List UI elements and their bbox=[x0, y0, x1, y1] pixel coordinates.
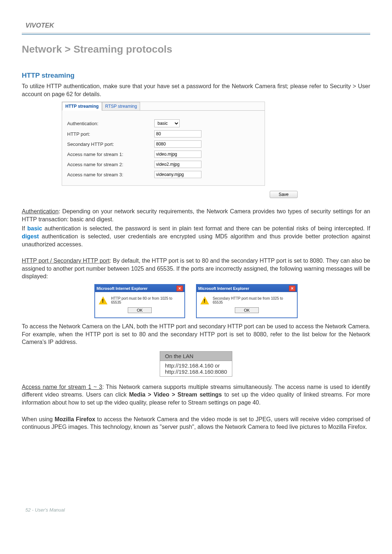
save-button[interactable]: Save bbox=[270, 191, 298, 198]
ie-title-text: Microsoft Internet Explorer bbox=[97, 286, 148, 291]
basic-keyword: basic bbox=[27, 225, 42, 231]
basic-digest-paragraph: If basic authentication is selected, the… bbox=[22, 225, 370, 248]
row-secondary-port: Secondary HTTP port: bbox=[67, 140, 260, 148]
ie-body: Secondary HTTP port must be from 1025 to… bbox=[197, 292, 297, 307]
access-lead: Access name for stream 1 ~ 3 bbox=[22, 384, 102, 390]
lan-paragraph: To access the Network Camera on the LAN,… bbox=[22, 323, 370, 346]
firefox-paragraph: When using Mozilla Firefox to access the… bbox=[22, 415, 370, 431]
stream1-label: Access name for stream 1: bbox=[67, 152, 154, 157]
basic-post: authentication is selected, user credent… bbox=[22, 233, 370, 247]
brand-header: VIVOTEK bbox=[22, 15, 370, 32]
stream3-label: Access name for stream 3: bbox=[67, 172, 154, 177]
basic-pre: If bbox=[22, 225, 27, 231]
tab-http-streaming[interactable]: HTTP streaming bbox=[62, 102, 102, 111]
ports-paragraph: HTTP port / Secondary HTTP port: By defa… bbox=[22, 257, 370, 280]
auth-select[interactable]: basic bbox=[154, 119, 180, 127]
stream1-input[interactable] bbox=[154, 151, 201, 158]
tab-body: Authentication: basic HTTP port: Seconda… bbox=[62, 110, 265, 185]
row-http-port: HTTP port: bbox=[67, 130, 260, 138]
lan-url2: http://192.168.4.160:8080 bbox=[165, 369, 227, 375]
row-stream2: Access name for stream 2: bbox=[67, 161, 260, 168]
lan-header: On the LAN bbox=[160, 351, 232, 361]
warning-icon bbox=[200, 296, 209, 304]
ie-message: Secondary HTTP port must be from 1025 to… bbox=[213, 296, 293, 304]
page-title: Network > Streaming protocols bbox=[22, 44, 370, 55]
lan-cell: http://192.168.4.160 or http://192.168.4… bbox=[160, 361, 232, 376]
digest-keyword: digest bbox=[22, 233, 39, 239]
secondary-port-input[interactable] bbox=[154, 140, 201, 148]
firefox-pre: When using bbox=[22, 416, 54, 422]
auth-paragraph: Authentication: Depending on your networ… bbox=[22, 208, 370, 223]
auth-lead: Authentication bbox=[22, 208, 58, 214]
lan-table: On the LAN http://192.168.4.160 or http:… bbox=[160, 351, 233, 377]
page-footer: 52 - User's Manual bbox=[22, 504, 370, 520]
ie-body: HTTP port must be 80 or from 1025 to 655… bbox=[95, 292, 184, 307]
access-paragraph: Access name for stream 1 ~ 3: This Netwo… bbox=[22, 383, 370, 407]
warning-dialogs: Microsoft Internet Explorer × HTTP port … bbox=[22, 284, 370, 318]
row-authentication: Authentication: basic bbox=[67, 119, 260, 127]
ie-message: HTTP port must be 80 or from 1025 to 655… bbox=[111, 296, 181, 304]
access-bold: Media > Video > Stream settings bbox=[129, 391, 222, 398]
config-panel: HTTP streaming RTSP streaming Authentica… bbox=[62, 102, 265, 186]
firefox-bold: Mozilla Firefox bbox=[54, 416, 95, 422]
section-title: HTTP streaming bbox=[22, 71, 370, 79]
ie-dialog-secondary-port: Microsoft Internet Explorer × Secondary … bbox=[196, 284, 298, 318]
tab-rtsp-streaming[interactable]: RTSP streaming bbox=[102, 102, 140, 111]
ie-title-text: Microsoft Internet Explorer bbox=[198, 286, 249, 291]
close-icon[interactable]: × bbox=[289, 286, 295, 291]
auth-label: Authentication: bbox=[67, 121, 154, 126]
http-port-input[interactable] bbox=[154, 130, 201, 138]
stream2-label: Access name for stream 2: bbox=[67, 162, 154, 167]
basic-mid: authentication is selected, the password… bbox=[42, 225, 370, 231]
stream3-input[interactable] bbox=[154, 171, 201, 178]
ie-titlebar: Microsoft Internet Explorer × bbox=[197, 285, 297, 292]
lan-url1: http://192.168.4.160 or bbox=[165, 362, 227, 369]
close-icon[interactable]: × bbox=[176, 286, 183, 291]
warning-icon bbox=[99, 296, 107, 304]
secondary-port-label: Secondary HTTP port: bbox=[67, 141, 154, 147]
header-rule bbox=[22, 32, 370, 34]
tabs: HTTP streaming RTSP streaming bbox=[62, 102, 265, 111]
row-stream1: Access name for stream 1: bbox=[67, 151, 260, 158]
ok-button[interactable]: OK bbox=[235, 307, 259, 313]
ok-button[interactable]: OK bbox=[128, 307, 152, 313]
ports-lead: HTTP port / Secondary HTTP port bbox=[22, 258, 110, 264]
row-stream3: Access name for stream 3: bbox=[67, 171, 260, 178]
ie-titlebar: Microsoft Internet Explorer × bbox=[95, 285, 184, 292]
ie-dialog-http-port: Microsoft Internet Explorer × HTTP port … bbox=[94, 284, 185, 318]
stream2-input[interactable] bbox=[154, 161, 201, 168]
auth-rest: : Depending on your network security req… bbox=[22, 208, 370, 222]
intro-text: To utilize HTTP authentication, make sur… bbox=[22, 82, 370, 98]
http-port-label: HTTP port: bbox=[67, 131, 154, 137]
